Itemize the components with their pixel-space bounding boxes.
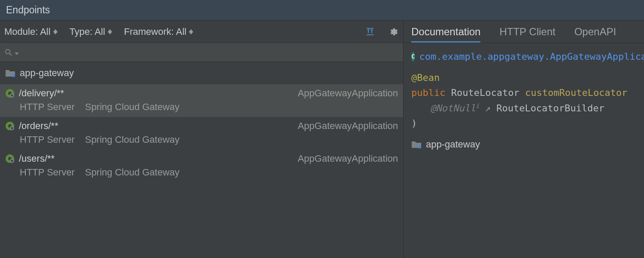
tab-http-client[interactable]: HTTP Client (499, 26, 555, 43)
framework-filter[interactable]: Framework: All (124, 26, 193, 37)
search-row (0, 43, 403, 62)
svg-marker-10 (371, 29, 373, 31)
endpoint-row[interactable]: /orders/**AppGatewayApplicationHTTP Serv… (0, 117, 403, 150)
endpoint-app: AppGatewayApplication (298, 88, 398, 99)
endpoint-app: AppGatewayApplication (298, 153, 398, 164)
svg-marker-1 (53, 32, 58, 34)
param-type: RouteLocatorBuilder (496, 103, 605, 114)
method-name: customRouteLocator (525, 87, 627, 98)
tab-documentation[interactable]: Documentation (411, 26, 480, 43)
code-line: ) (411, 116, 636, 131)
left-pane: Module: All Type: All Framework: All (0, 21, 404, 258)
content: Module: All Type: All Framework: All (0, 21, 644, 258)
gear-icon[interactable] (388, 26, 399, 37)
search-icon (4, 48, 13, 57)
svg-marker-8 (367, 29, 370, 31)
code-line: @NotNulli ↗ RouteLocatorBuilder (411, 101, 636, 116)
tab-openapi[interactable]: OpenAPI (574, 26, 616, 43)
documentation-panel: C com.example.appgateway.AppGatewayAppli… (404, 43, 644, 158)
svg-marker-5 (189, 32, 193, 34)
module-name: app-gateway (20, 68, 74, 79)
endpoint-tree: app-gateway /delivery/**AppGatewayApplic… (0, 62, 403, 258)
code-line: public RouteLocator customRouteLocator (411, 85, 636, 100)
fqn-text[interactable]: com.example.appgateway.AppGatewayApplica… (419, 49, 644, 64)
param-annotation: @NotNull (430, 103, 476, 114)
type-filter-label: Type: All (70, 26, 105, 37)
endpoint-path: /users/** (19, 153, 55, 164)
right-pane: DocumentationHTTP ClientOpenAPI C com.ex… (404, 21, 644, 258)
spring-bean-icon (5, 154, 15, 163)
chevron-updown-icon (108, 29, 112, 34)
svg-point-12 (6, 49, 10, 54)
chevron-updown-icon (189, 29, 193, 34)
endpoint-path: /orders/** (19, 120, 58, 132)
svg-point-19 (11, 95, 13, 97)
inferred-marker: i (476, 102, 479, 109)
module-row[interactable]: app-gateway (0, 62, 403, 84)
type-filter[interactable]: Type: All (70, 26, 112, 37)
endpoint-path: /delivery/** (19, 88, 64, 99)
svg-marker-14 (15, 52, 19, 55)
doc-module-row[interactable]: app-gateway (411, 137, 636, 152)
endpoint-kind: HTTP Server (20, 134, 75, 145)
class-badge-icon: C (411, 52, 415, 61)
endpoint-kind: HTTP Server (20, 167, 75, 178)
expand-icon[interactable] (365, 26, 376, 37)
folder-icon (411, 140, 422, 149)
panel-title: Endpoints (6, 4, 50, 16)
fqn-row: C com.example.appgateway.AppGatewayAppli… (411, 49, 636, 64)
svg-rect-28 (418, 146, 421, 148)
filter-bar: Module: All Type: All Framework: All (0, 21, 403, 43)
chevron-down-icon[interactable] (15, 47, 19, 57)
folder-icon (5, 69, 15, 77)
keyword-public: public (411, 87, 445, 98)
paren-close: ) (411, 118, 417, 129)
return-type: RouteLocator (451, 87, 519, 98)
spring-bean-icon (5, 121, 15, 131)
endpoint-framework: Spring Cloud Gateway (85, 167, 179, 178)
endpoint-row[interactable]: /users/**AppGatewayApplicationHTTP Serve… (0, 150, 403, 182)
module-filter[interactable]: Module: All (4, 26, 58, 37)
endpoint-app: AppGatewayApplication (298, 120, 398, 132)
svg-marker-3 (108, 32, 112, 34)
search-input[interactable] (19, 48, 399, 57)
svg-point-23 (11, 127, 13, 129)
chevron-updown-icon (53, 29, 58, 34)
tabs: DocumentationHTTP ClientOpenAPI (404, 21, 644, 43)
doc-module-name: app-gateway (426, 137, 480, 152)
svg-point-27 (11, 160, 13, 162)
endpoint-row[interactable]: /delivery/**AppGatewayApplicationHTTP Se… (0, 84, 403, 117)
endpoint-framework: Spring Cloud Gateway (85, 101, 179, 113)
module-filter-label: Module: All (4, 26, 51, 37)
annotation: @Bean (411, 72, 440, 83)
code-line: @Bean (411, 70, 636, 85)
titlebar: Endpoints (0, 0, 644, 21)
svg-line-13 (9, 53, 12, 55)
external-link-icon: ↗ (485, 103, 491, 114)
svg-rect-15 (12, 74, 15, 77)
spring-bean-icon (5, 89, 15, 98)
endpoint-kind: HTTP Server (20, 101, 75, 113)
endpoint-framework: Spring Cloud Gateway (85, 134, 179, 145)
framework-filter-label: Framework: All (124, 26, 186, 37)
